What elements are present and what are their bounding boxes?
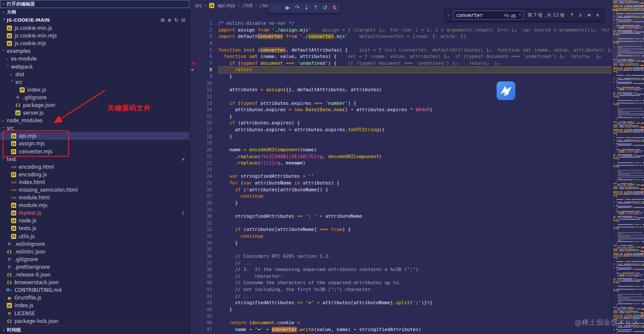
tree-file-.gitignore[interactable]: ⚙.gitignore [0,256,190,263]
code-line-30[interactable]: 30 stringifiedAttributes += '; ' + attri… [190,213,612,220]
line-number[interactable]: 12 [190,93,218,100]
new-folder-icon[interactable]: ⊕ [167,17,171,23]
tree-file-encoding.js[interactable]: JSencoding.js [0,171,190,179]
line-number[interactable]: 42 [190,293,218,300]
step-over-button[interactable]: ↷ [295,5,299,10]
code-line-32[interactable]: 32 if (attributes[attributeName] === tru… [190,226,612,233]
new-file-icon[interactable]: ⊞ [161,17,164,23]
step-out-button[interactable]: ↑ [313,5,318,10]
line-number[interactable]: 19 [190,140,218,147]
line-number[interactable]: 14 [190,107,218,113]
minimap[interactable] [612,0,644,334]
line-number[interactable]: 10 [190,80,218,87]
tree-folder-es-module[interactable]: ›es-module [0,55,190,63]
line-number[interactable]: 39 [190,273,218,280]
project-section-header[interactable]: › JS-COOKIE-MAIN ⊞⊕↻⊟ [0,16,190,24]
tree-file-package-lock.json[interactable]: {}package-lock.json [0,317,190,325]
line-number[interactable]: 26 [190,187,218,193]
line-number[interactable]: 21 [190,153,218,160]
code-line-7[interactable]: ●7 if (typeof document === 'undefined') … [190,60,612,67]
code-line-23[interactable]: 23 [190,167,612,173]
breakpoint-icon[interactable]: ● [192,60,194,67]
breadcrumb-item-api.mjs[interactable]: JSapi.mjs [209,3,235,9]
code-line-36[interactable]: 36 // Considers RFC 6265 section 5.2: [190,253,612,260]
line-number[interactable]: 43 [190,299,218,306]
tree-folder-dist[interactable]: ›dist [0,71,190,78]
tree-file-.eslintrc.json[interactable]: {}.eslintrc.json [0,248,190,256]
code-line-38[interactable]: 38 // 3. If the remaining unparsed-attri… [190,266,612,273]
code-line-45[interactable]: 45 [190,313,612,320]
tree-folder-examples[interactable]: ›examples [0,47,190,55]
tree-file-.eslintignore[interactable]: ⚙.eslintignore [0,240,190,248]
code-line-44[interactable]: 44 } [190,306,612,313]
line-number[interactable]: 45 [190,313,218,320]
find-next-icon[interactable]: ↓ [577,12,584,18]
line-number[interactable]: 31 [190,220,218,227]
code-line-11[interactable]: 11 attributes = assign({}, defaultAttrib… [190,86,612,93]
line-number[interactable]: 9 [190,73,218,80]
code-line-20[interactable]: 20 name = encodeURIComponent(name) [190,147,612,153]
code-line-9[interactable]: 9 } [190,73,612,80]
tree-file-index.js[interactable]: JSindex.js [0,86,190,94]
line-number[interactable]: 41 [190,286,218,293]
code-line-42[interactable]: 42 // ... [190,293,612,300]
line-number[interactable]: 34 [190,240,218,247]
tree-file-.prettierignore[interactable]: ⚙.prettierignore [0,263,190,271]
tree-file-js.cookie.mjs[interactable]: JSjs.cookie.mjs [0,40,190,47]
code-line-43[interactable]: 43 stringifiedAttributes += '=' + attrib… [190,299,612,306]
tree-file-.gitignore[interactable]: ⚙.gitignore [0,94,190,101]
line-number[interactable]: 25 [190,180,218,187]
code-line-34[interactable]: 34 } [190,240,612,247]
line-number[interactable]: 16 [190,120,218,127]
tree-file-assign.mjs[interactable]: JSassign.mjs [0,140,190,147]
code-line-37[interactable]: 37 // ... [190,260,612,267]
tree-file-module.html[interactable]: <>module.html [0,194,190,202]
line-number[interactable]: 3 [190,33,218,40]
timeline-section-header[interactable]: › 时间线 [0,325,190,334]
tree-file-js.cookie.min.js[interactable]: JSjs.cookie.min.js [0,24,190,32]
code-line-15[interactable]: 15 } [190,113,612,120]
tree-file-encoding.html[interactable]: <>encoding.html [0,163,190,171]
line-number[interactable]: 37 [190,260,218,267]
tree-folder-src[interactable]: ›src [0,78,190,86]
code-line-21[interactable]: 21 .replace(/%(2[346B]|5E|60|7C)/g, deco… [190,153,612,160]
disconnect-button[interactable]: ↯ [332,5,337,10]
line-number[interactable]: 22 [190,160,218,167]
code-line-47[interactable]: 47 name + '=' + converter.write(value, n… [190,326,612,333]
line-number[interactable]: 17 [190,127,218,133]
tree-file-server.js[interactable]: JSserver.js [0,109,190,117]
match-case-icon[interactable]: Aa [504,13,509,17]
line-number[interactable]: ●7 [190,60,218,67]
line-number[interactable]: 13 [190,100,218,107]
line-number[interactable]: 23 [190,167,218,173]
line-number[interactable]: 40 [190,279,218,286]
code-line-22[interactable]: 22 .replace(/[()]/g, escape) [190,160,612,167]
line-number[interactable]: 4 [190,40,218,47]
line-number[interactable]: 24 [190,173,218,180]
tree-folder-webpack[interactable]: ›webpack [0,63,190,70]
tree-file-missing_semicolon.html[interactable]: <>missing_semicolon.html [0,186,190,194]
tree-file-utils.js[interactable]: JSutils.js [0,233,190,240]
tree-file-module.mjs[interactable]: JSmodule.mjs [0,202,190,209]
find-input[interactable]: converter Aa ab .* [454,11,523,20]
line-number[interactable]: 15 [190,113,218,120]
code-line-40[interactable]: 40 // Consume the characters of the unpa… [190,279,612,286]
find-in-selection-icon[interactable]: ≡ [586,12,592,18]
tree-folder-node_modules[interactable]: ›node_modules [0,117,190,124]
code-line-18[interactable]: 18 } [190,133,612,140]
restart-button[interactable]: ↺ [323,5,328,10]
code-line-24[interactable]: 24 var stringifiedAttributes = '' [190,173,612,180]
tree-file-Gruntfile.js[interactable]: ◉Gruntfile.js [0,294,190,302]
code-line-5[interactable]: 5function init (converter, defaultAttrib… [190,47,612,54]
line-number[interactable]: 27 [190,193,218,200]
code-line-17[interactable]: 17 attributes.expires = attributes.expir… [190,127,612,133]
code-line-31[interactable]: 31 [190,220,612,227]
code-line-41[interactable]: 41 // not including, the first %x3B (";"… [190,286,612,293]
line-number[interactable]: 11 [190,86,218,93]
tree-file-api.mjs[interactable]: JSapi.mjs [0,132,190,140]
line-number[interactable]: 32 [190,226,218,233]
tree-folder-test[interactable]: ›test● [0,155,190,163]
code-line-39[interactable]: 39 // character: [190,273,612,280]
line-number[interactable]: 30 [190,213,218,220]
line-number[interactable]: 47 [190,326,218,333]
